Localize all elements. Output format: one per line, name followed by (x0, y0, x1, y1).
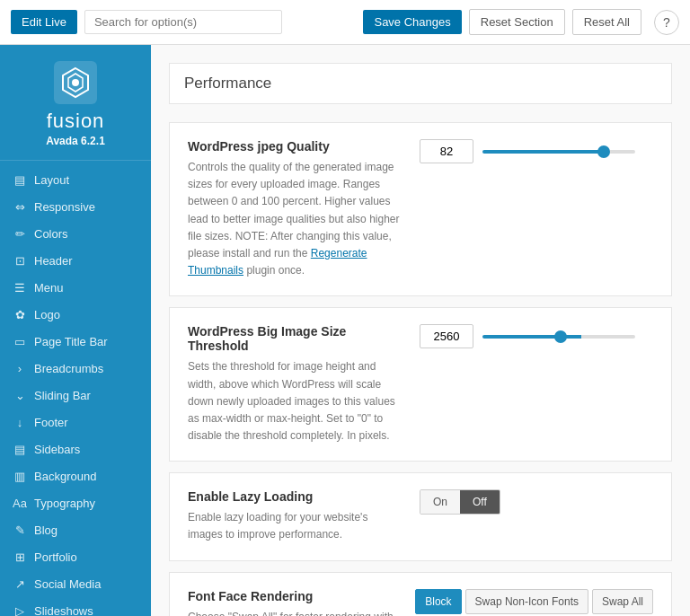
setting-info-font-face: Font Face Rendering Choose "Swap All" fo… (188, 589, 397, 616)
sidebar-item-sidebars[interactable]: ▤ Sidebars (0, 436, 151, 462)
search-input[interactable] (84, 10, 282, 34)
main-layout: fusion Avada 6.2.1 ▤ Layout ⇔ Responsive… (0, 45, 690, 616)
sidebar-item-layout[interactable]: ▤ Layout (0, 166, 151, 193)
sidebar-brand: fusion Avada 6.2.1 (0, 45, 151, 161)
logo-icon: ✿ (13, 307, 27, 321)
sidebar: fusion Avada 6.2.1 ▤ Layout ⇔ Responsive… (0, 45, 151, 616)
layout-icon: ▤ (13, 172, 27, 187)
sidebar-item-label: Page Title Bar (34, 335, 108, 348)
setting-lazy-loading: Enable Lazy Loading Enable lazy loading … (169, 472, 672, 560)
sidebar-item-label: Blog (34, 524, 58, 537)
setting-info-lazy-loading: Enable Lazy Loading Enable lazy loading … (188, 489, 402, 543)
page-title-bar-icon: ▭ (13, 334, 27, 348)
setting-label-jpeg-quality: WordPress jpeg Quality (188, 139, 402, 154)
content-area: Performance WordPress jpeg Quality Contr… (151, 45, 690, 616)
jpeg-quality-slider[interactable] (482, 150, 635, 154)
menu-icon: ☰ (13, 280, 27, 295)
setting-info-jpeg-quality: WordPress jpeg Quality Controls the qual… (188, 139, 402, 279)
sidebar-item-label: Header (34, 254, 73, 268)
font-face-swap-non-icon-button[interactable]: Swap Non-Icon Fonts (465, 589, 588, 614)
social-media-icon: ↗ (13, 576, 27, 591)
jpeg-quality-input[interactable] (420, 139, 473, 163)
header-icon: ⊡ (13, 253, 27, 268)
setting-big-image-threshold: WordPress Big Image Size Threshold Sets … (169, 307, 672, 462)
sidebar-item-label: Footer (34, 416, 68, 429)
sidebar-item-label: Logo (34, 308, 60, 321)
setting-info-big-image: WordPress Big Image Size Threshold Sets … (188, 324, 402, 444)
setting-desc-big-image: Sets the threshold for image height and … (188, 358, 402, 444)
setting-jpeg-quality: WordPress jpeg Quality Controls the qual… (169, 122, 672, 296)
sidebar-item-label: Background (34, 470, 96, 483)
svg-point-1 (72, 79, 79, 86)
blog-icon: ✎ (13, 523, 27, 537)
sidebar-title: fusion (47, 110, 105, 133)
sidebar-item-colors[interactable]: ✏ Colors (0, 220, 151, 247)
sidebar-item-label: Colors (34, 227, 68, 241)
edit-live-button[interactable]: Edit Live (11, 10, 77, 34)
lazy-loading-off-button[interactable]: Off (460, 490, 500, 514)
font-face-block-button[interactable]: Block (415, 589, 461, 614)
sidebar-item-label: Typography (34, 497, 95, 510)
lazy-loading-on-button[interactable]: On (420, 490, 460, 514)
sidebar-item-menu[interactable]: ☰ Menu (0, 274, 151, 301)
sidebar-navigation: ▤ Layout ⇔ Responsive ✏ Colors ⊡ Header … (0, 161, 151, 616)
sidebar-item-label: Sidebars (34, 443, 80, 456)
reset-all-button[interactable]: Reset All (572, 9, 641, 35)
sidebar-item-label: Sliding Bar (34, 389, 91, 402)
section-title: Performance (169, 63, 672, 104)
sidebar-item-background[interactable]: ▥ Background (0, 462, 151, 489)
big-image-slider[interactable] (482, 335, 635, 339)
sidebar-logo (54, 61, 97, 104)
setting-control-lazy-loading: On Off (420, 489, 653, 515)
sidebar-item-logo[interactable]: ✿ Logo (0, 301, 151, 328)
sidebar-item-breadcrumbs[interactable]: › Breadcrumbs (0, 355, 151, 382)
sidebar-item-portfolio[interactable]: ⊞ Portfolio (0, 543, 151, 570)
lazy-loading-toggle: On Off (420, 489, 500, 515)
sidebar-item-label: Responsive (34, 200, 95, 214)
setting-font-face-rendering: Font Face Rendering Choose "Swap All" fo… (169, 572, 672, 616)
setting-desc-jpeg-quality: Controls the quality of the generated im… (188, 159, 402, 279)
sidebar-item-header[interactable]: ⊡ Header (0, 247, 151, 274)
sidebar-item-typography[interactable]: Aa Typography (0, 489, 151, 516)
setting-control-big-image (420, 324, 653, 348)
sidebar-item-label: Slideshows (34, 604, 93, 617)
portfolio-icon: ⊞ (13, 550, 27, 564)
sliding-bar-icon: ⌄ (13, 388, 27, 402)
sidebar-item-blog[interactable]: ✎ Blog (0, 516, 151, 543)
help-button[interactable]: ? (654, 10, 679, 35)
sidebar-item-sliding-bar[interactable]: ⌄ Sliding Bar (0, 382, 151, 409)
sidebar-item-label: Portfolio (34, 550, 77, 564)
setting-desc-font-face: Choose "Swap All" for faster rendering w… (188, 609, 397, 616)
top-bar: Edit Live Save Changes Reset Section Res… (0, 0, 690, 45)
font-face-swap-all-button[interactable]: Swap All (592, 589, 653, 614)
sidebar-version: Avada 6.2.1 (46, 135, 105, 147)
setting-label-font-face: Font Face Rendering (188, 589, 397, 603)
sidebar-item-label: Breadcrumbs (34, 362, 103, 375)
reset-section-button[interactable]: Reset Section (469, 9, 565, 35)
setting-label-lazy-loading: Enable Lazy Loading (188, 489, 402, 504)
setting-label-big-image: WordPress Big Image Size Threshold (188, 324, 402, 353)
sidebar-item-label: Social Media (34, 577, 101, 591)
font-face-button-group: Block Swap Non-Icon Fonts Swap All (415, 589, 653, 614)
typography-icon: Aa (13, 496, 27, 510)
sidebar-item-label: Menu (34, 281, 64, 295)
slider-big-image (420, 324, 635, 348)
background-icon: ▥ (13, 469, 27, 483)
sidebar-item-slideshows[interactable]: ▷ Slideshows (0, 597, 151, 616)
sidebar-item-responsive[interactable]: ⇔ Responsive (0, 193, 151, 220)
sidebars-icon: ▤ (13, 442, 27, 456)
big-image-input[interactable] (420, 324, 473, 348)
setting-control-jpeg-quality (420, 139, 653, 163)
sidebar-item-page-title-bar[interactable]: ▭ Page Title Bar (0, 328, 151, 355)
setting-desc-lazy-loading: Enable lazy loading for your website's i… (188, 509, 402, 543)
footer-icon: ↓ (13, 415, 27, 429)
setting-control-font-face: Block Swap Non-Icon Fonts Swap All (415, 589, 653, 614)
responsive-icon: ⇔ (13, 199, 27, 214)
save-changes-button[interactable]: Save Changes (363, 10, 461, 34)
sidebar-item-label: Layout (34, 173, 69, 187)
sidebar-item-footer[interactable]: ↓ Footer (0, 409, 151, 436)
breadcrumbs-icon: › (13, 361, 27, 375)
sidebar-item-social-media[interactable]: ↗ Social Media (0, 570, 151, 597)
slideshows-icon: ▷ (13, 603, 27, 616)
slider-jpeg-quality (420, 139, 635, 163)
